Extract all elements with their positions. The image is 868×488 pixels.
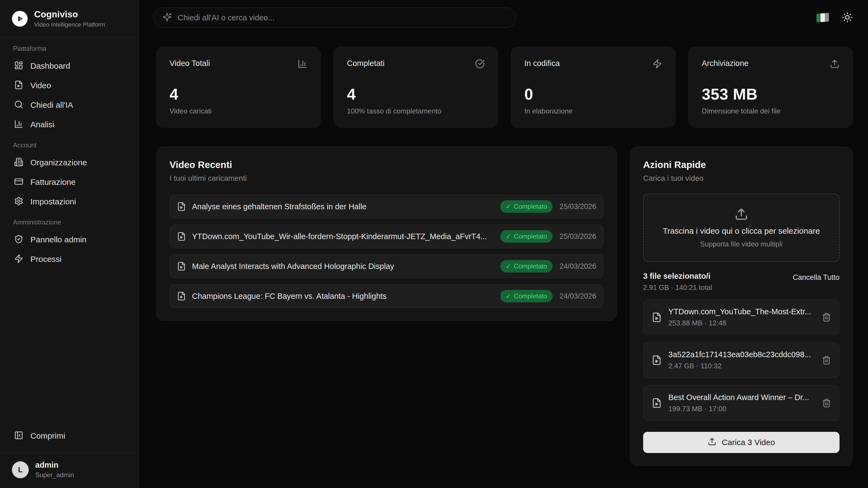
quick-actions-title: Azioni Rapide xyxy=(643,159,839,170)
selected-count: 3 file selezionato/i xyxy=(643,272,712,281)
sidebar-item-analisi[interactable]: Analisi xyxy=(12,115,127,134)
main: Video Totali 4 Video caricati Completati… xyxy=(139,0,868,488)
stat-caption: 100% tasso di completamento xyxy=(347,107,485,115)
chart-column-icon xyxy=(298,59,307,70)
user-role: Super_admin xyxy=(35,471,74,479)
sidebar-header: Cogniviso Video Intelligence Platform xyxy=(0,0,138,38)
file-meta: 199.73 MB · 17:00 xyxy=(669,405,815,413)
italy-flag-icon xyxy=(816,13,829,22)
stat-caption: In elaborazione xyxy=(524,107,662,115)
video-date: 25/03/2026 xyxy=(560,202,596,211)
video-date: 24/03/2026 xyxy=(560,262,596,270)
logo-text: Cogniviso Video Intelligence Platform xyxy=(34,9,105,28)
file-meta: 253.88 MB · 12:48 xyxy=(669,319,815,327)
file-item: 3a522a1fc171413ea03eb8c23cddc098... 2.47… xyxy=(643,342,839,378)
user-name: admin xyxy=(35,461,74,469)
app-root: Cogniviso Video Intelligence Platform Pi… xyxy=(0,0,868,488)
video-date: 24/03/2026 xyxy=(560,292,596,300)
recent-videos-subtitle: I tuoi ultimi caricamenti xyxy=(169,174,603,183)
sidebar-item-label: Analisi xyxy=(30,120,54,129)
video-title: Male Analyst Interacts with Advanced Hol… xyxy=(192,262,494,271)
recent-videos-title: Video Recenti xyxy=(169,159,603,170)
sidebar-item-video[interactable]: Video xyxy=(12,76,127,95)
zap-icon xyxy=(14,254,23,264)
file-info: YTDown.com_YouTube_The-Most-Extr... 253.… xyxy=(669,307,815,327)
video-row[interactable]: Analyse eines gehaltenen Strafstoßes in … xyxy=(169,195,603,219)
file-name: 3a522a1fc171413ea03eb8c23cddc098... xyxy=(669,350,815,359)
section-label-account: Account xyxy=(13,141,127,149)
sidebar-item-impostazioni[interactable]: Impostazioni xyxy=(12,192,127,211)
file-video-icon xyxy=(652,398,662,408)
upload-videos-button[interactable]: Carica 3 Video xyxy=(643,432,839,453)
upload-icon xyxy=(708,437,716,448)
video-row[interactable]: Male Analyst Interacts with Advanced Hol… xyxy=(169,254,603,278)
status-badge: ✓Completato xyxy=(500,200,553,213)
section-label-amministrazione: Amministrazione xyxy=(13,219,127,226)
sidebar-item-label: Impostazioni xyxy=(30,197,76,206)
avatar: L xyxy=(12,461,29,478)
panel-collapse-icon xyxy=(14,431,23,441)
selected-files-list: YTDown.com_YouTube_The-Most-Extr... 253.… xyxy=(643,299,839,421)
recent-videos-list: Analyse eines gehaltenen Strafstoßes in … xyxy=(169,195,603,308)
clear-all-button[interactable]: Cancella Tutto xyxy=(793,272,839,282)
topbar-actions xyxy=(816,12,853,24)
video-title: Analyse eines gehaltenen Strafstoßes in … xyxy=(192,202,494,211)
trash-icon xyxy=(822,398,831,408)
credit-card-icon xyxy=(14,177,23,187)
upload-dropzone[interactable]: Trascina i video qui o clicca per selezi… xyxy=(643,194,839,262)
trash-icon xyxy=(822,355,831,365)
recent-videos-panel: Video Recenti I tuoi ultimi caricamenti … xyxy=(156,147,617,321)
dropzone-label: Trascina i video qui o clicca per selezi… xyxy=(663,226,820,236)
video-row[interactable]: YTDown.com_YouTube_Wir-alle-fordern-Stop… xyxy=(169,225,603,248)
stat-title: Archiviazione xyxy=(702,59,748,68)
check-icon: ✓ xyxy=(506,203,511,210)
remove-file-button[interactable] xyxy=(822,355,831,365)
sidebar-item-dashboard[interactable]: Dashboard xyxy=(12,56,127,76)
topbar xyxy=(139,0,868,35)
sidebar-nav: Piattaforma Dashboard Video Chiedi all'I… xyxy=(0,38,138,269)
video-title: Champions League: FC Bayern vs. Atalanta… xyxy=(192,292,494,301)
ai-search-box[interactable] xyxy=(153,8,517,28)
remove-file-button[interactable] xyxy=(822,398,831,408)
sidebar-item-processi[interactable]: Processi xyxy=(12,250,127,269)
check-icon: ✓ xyxy=(506,233,511,240)
sidebar-item-pannello-admin[interactable]: Pannello admin xyxy=(12,230,127,250)
video-row[interactable]: Champions League: FC Bayern vs. Atalanta… xyxy=(169,284,603,308)
sun-icon xyxy=(842,12,853,24)
file-video-icon xyxy=(177,202,186,211)
gear-icon xyxy=(14,197,23,207)
sidebar-item-label: Processi xyxy=(30,255,62,264)
app-name: Cogniviso xyxy=(34,9,105,20)
chart-column-icon xyxy=(14,119,23,130)
file-video-icon xyxy=(177,262,186,271)
sidebar-item-chiedi-ia[interactable]: Chiedi all'IA xyxy=(12,95,127,115)
collapse-sidebar-button[interactable]: Comprimi xyxy=(12,426,127,446)
stat-title: Completati xyxy=(347,59,384,68)
stat-title: Video Totali xyxy=(169,59,210,68)
stat-caption: Video caricati xyxy=(169,107,307,115)
quick-actions-panel: Azioni Rapide Carica i tuoi video Trasci… xyxy=(630,147,853,466)
file-item: YTDown.com_YouTube_The-Most-Extr... 253.… xyxy=(643,299,839,335)
status-badge: ✓Completato xyxy=(500,260,553,272)
stat-value: 4 xyxy=(169,85,307,103)
stat-card-in-codifica: In codifica 0 In elaborazione xyxy=(511,47,675,127)
file-info: 3a522a1fc171413ea03eb8c23cddc098... 2.47… xyxy=(669,350,815,370)
sidebar-item-organizzazione[interactable]: Organizzazione xyxy=(12,153,127,172)
sidebar-item-label: Video xyxy=(30,81,51,90)
theme-toggle-button[interactable] xyxy=(842,12,853,24)
section-label-piattaforma: Piattaforma xyxy=(13,45,127,52)
file-video-icon xyxy=(14,80,23,91)
user-menu[interactable]: L admin Super_admin xyxy=(0,453,138,488)
circle-check-icon xyxy=(475,59,485,70)
remove-file-button[interactable] xyxy=(822,313,831,322)
app-tagline: Video Intelligence Platform xyxy=(34,21,105,28)
search-input[interactable] xyxy=(178,13,507,22)
sparkles-icon xyxy=(162,12,172,23)
selection-summary: 3 file selezionato/i 2.91 GB · 140:21 to… xyxy=(643,272,839,292)
sidebar-item-fatturazione[interactable]: Fatturazione xyxy=(12,172,127,192)
language-toggle-button[interactable] xyxy=(816,13,829,22)
user-info: admin Super_admin xyxy=(35,461,74,479)
stats-grid: Video Totali 4 Video caricati Completati… xyxy=(156,47,853,127)
sidebar-item-label: Dashboard xyxy=(30,61,70,70)
search-icon xyxy=(14,100,23,110)
